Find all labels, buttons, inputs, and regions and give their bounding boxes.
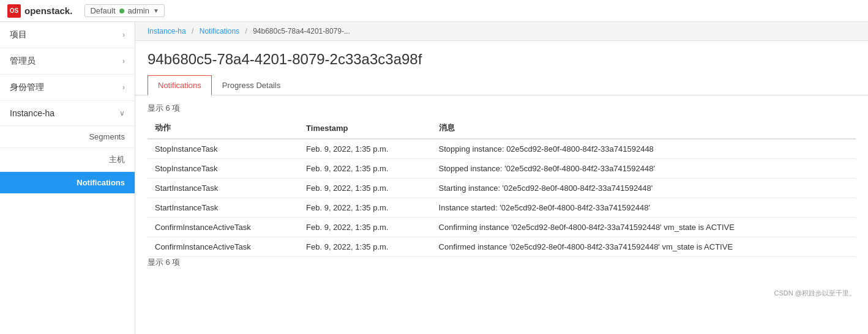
cell-message: Confirmed instance '02e5cd92-8e0f-4800-8… <box>432 237 856 257</box>
content-area: Instance-ha / Notifications / 94b680c5-7… <box>135 22 868 334</box>
sidebar: 项目 › 管理员 › 身份管理 › Instance-ha ∨ Segments… <box>0 22 135 334</box>
table-area: 显示 6 项 动作 Timestamp 消息 StopInstanceTaskF… <box>135 103 868 284</box>
chevron-down-icon: ∨ <box>119 109 125 117</box>
table-count-top: 显示 6 项 <box>148 103 856 114</box>
tabs: Notifications Progress Details <box>135 75 868 95</box>
sidebar-item-project[interactable]: 项目 › <box>0 22 135 48</box>
table-row: ConfirmInstanceActiveTaskFeb. 9, 2022, 1… <box>148 237 856 257</box>
cell-action: StartInstanceTask <box>148 198 299 218</box>
watermark: CSDN @积跬步以至千里。 <box>135 284 868 303</box>
breadcrumb-current: 94b680c5-78a4-4201-8079-... <box>253 27 350 35</box>
logo-icon: OS <box>7 4 21 18</box>
breadcrumb-sep-1: / <box>192 27 193 35</box>
cell-message: Starting instance: '02e5cd92-8e0f-4800-8… <box>432 179 856 198</box>
cell-timestamp: Feb. 9, 2022, 1:35 p.m. <box>299 218 432 237</box>
table-row: StartInstanceTaskFeb. 9, 2022, 1:35 p.m.… <box>148 179 856 198</box>
chevron-right-icon: › <box>122 83 125 92</box>
sidebar-item-notifications[interactable]: Notifications <box>0 172 135 194</box>
col-header-action: 动作 <box>148 117 299 139</box>
table-row: StopInstanceTaskFeb. 9, 2022, 1:35 p.m.S… <box>148 139 856 159</box>
cell-timestamp: Feb. 9, 2022, 1:35 p.m. <box>299 237 432 257</box>
col-header-timestamp: Timestamp <box>299 117 432 139</box>
sidebar-item-notifications-label: Notifications <box>77 178 125 187</box>
logo: OS openstack. <box>7 4 72 18</box>
breadcrumb-sep-2: / <box>245 27 247 35</box>
cell-timestamp: Feb. 9, 2022, 1:35 p.m. <box>299 198 432 218</box>
table-row: ConfirmInstanceActiveTaskFeb. 9, 2022, 1… <box>148 218 856 237</box>
dropdown-arrow-icon: ▼ <box>153 7 159 14</box>
page-title: 94b680c5-78a4-4201-8079-2c33a3c3a98f <box>148 51 856 68</box>
sidebar-item-segments-label: Segments <box>89 132 125 141</box>
top-bar: OS openstack. Default admin ▼ <box>0 0 868 22</box>
col-header-message: 消息 <box>432 117 856 139</box>
sidebar-item-identity[interactable]: 身份管理 › <box>0 75 135 101</box>
sidebar-item-hosts-label: 主机 <box>109 155 125 164</box>
main-layout: 项目 › 管理员 › 身份管理 › Instance-ha ∨ Segments… <box>0 22 868 334</box>
sidebar-item-admin[interactable]: 管理员 › <box>0 48 135 75</box>
sidebar-item-instance-ha[interactable]: Instance-ha ∨ <box>0 101 135 126</box>
chevron-right-icon: › <box>122 57 125 65</box>
chevron-right-icon: › <box>122 31 125 39</box>
table-row: StartInstanceTaskFeb. 9, 2022, 1:35 p.m.… <box>148 198 856 218</box>
cell-timestamp: Feb. 9, 2022, 1:35 p.m. <box>299 179 432 198</box>
cell-action: StartInstanceTask <box>148 179 299 198</box>
notifications-table: 动作 Timestamp 消息 StopInstanceTaskFeb. 9, … <box>148 117 856 257</box>
cell-timestamp: Feb. 9, 2022, 1:35 p.m. <box>299 159 432 179</box>
cell-message: Instance started: '02e5cd92-8e0f-4800-84… <box>432 198 856 218</box>
sidebar-item-segments[interactable]: Segments <box>0 126 135 148</box>
cell-action: StopInstanceTask <box>148 159 299 179</box>
sidebar-item-instance-ha-label: Instance-ha <box>10 108 54 118</box>
status-dot <box>119 9 124 13</box>
sidebar-item-hosts[interactable]: 主机 <box>0 148 135 172</box>
region-selector[interactable]: Default admin ▼ <box>84 4 165 17</box>
tab-progress-details[interactable]: Progress Details <box>212 75 291 95</box>
cell-timestamp: Feb. 9, 2022, 1:35 p.m. <box>299 139 432 159</box>
cell-action: ConfirmInstanceActiveTask <box>148 218 299 237</box>
cell-message: Stopped instance: '02e5cd92-8e0f-4800-84… <box>432 159 856 179</box>
region-label: Default <box>90 6 115 15</box>
table-row: StopInstanceTaskFeb. 9, 2022, 1:35 p.m.S… <box>148 159 856 179</box>
sidebar-item-identity-label: 身份管理 <box>10 82 44 93</box>
cell-message: Stopping instance: 02e5cd92-8e0f-4800-84… <box>432 139 856 159</box>
table-header-row: 动作 Timestamp 消息 <box>148 117 856 139</box>
cell-action: StopInstanceTask <box>148 139 299 159</box>
breadcrumb-notifications[interactable]: Notifications <box>200 27 239 35</box>
cell-action: ConfirmInstanceActiveTask <box>148 237 299 257</box>
breadcrumb-instance-ha[interactable]: Instance-ha <box>148 27 186 35</box>
page-header: 94b680c5-78a4-4201-8079-2c33a3c3a98f <box>135 41 868 75</box>
breadcrumb: Instance-ha / Notifications / 94b680c5-7… <box>135 22 868 41</box>
table-count-bottom: 显示 6 项 <box>148 257 856 268</box>
cell-message: Confirming instance '02e5cd92-8e0f-4800-… <box>432 218 856 237</box>
sidebar-item-admin-label: 管理员 <box>10 56 36 67</box>
tab-notifications[interactable]: Notifications <box>148 75 212 95</box>
logo-text: openstack. <box>24 6 72 16</box>
user-label: admin <box>128 6 149 15</box>
sidebar-item-project-label: 项目 <box>10 29 27 40</box>
